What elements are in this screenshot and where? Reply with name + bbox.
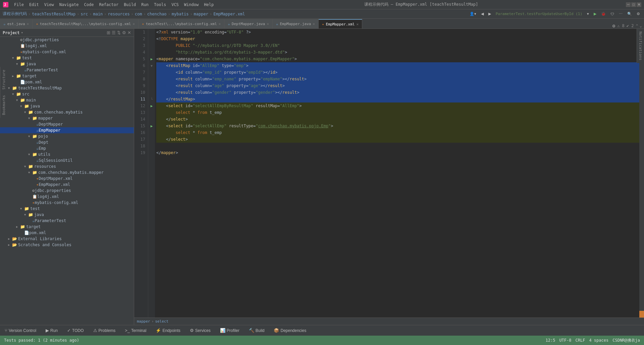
search-button[interactable]: 🔍	[626, 11, 633, 17]
tab-deptmapper-java[interactable]: ☕ DeptMapper.java ✕	[224, 19, 273, 28]
tab-settings-icon[interactable]: ⚙	[612, 23, 615, 28]
run-gutter-icon-5[interactable]: ▶	[151, 57, 153, 61]
menu-run[interactable]: Run	[139, 2, 151, 8]
editor-bc-select[interactable]: select	[155, 319, 168, 324]
menu-help[interactable]: Help	[201, 2, 216, 8]
debug-button[interactable]: 🐞	[600, 11, 607, 17]
bc-resources[interactable]: resources	[108, 12, 130, 16]
tree-item-com.chenchao.mybatis[interactable]: ▼📁com.chenchao.mybatis	[0, 109, 134, 115]
endpoints-btn[interactable]: ⚡ Endpoints	[154, 327, 182, 334]
tree-item-parametertest[interactable]: ☕ParameterTest	[0, 67, 134, 73]
gutter-row-12[interactable]: ▶	[148, 102, 155, 109]
tree-item-teachtestresultmap[interactable]: ▼📁teachTestResultMap	[0, 85, 134, 91]
minimize-button[interactable]: ─	[626, 2, 631, 7]
tree-item-dept[interactable]: ☕Dept	[0, 139, 134, 145]
profile-btn[interactable]: 👤▾	[468, 11, 478, 17]
bc-mybatis[interactable]: mybatis	[172, 12, 189, 16]
menu-build[interactable]: Build	[121, 2, 139, 8]
editor-bc-mapper[interactable]: mapper	[137, 319, 150, 324]
fold-end-icon-11[interactable]: └	[151, 97, 153, 101]
tree-item-sqlsessionutil[interactable]: ☕SqlSessionUtil	[0, 157, 134, 163]
tree-item-mapper[interactable]: ▼📁mapper	[0, 115, 134, 121]
tab-est-java[interactable]: ☕ est.java ✕	[0, 19, 33, 28]
forward-btn[interactable]: ▶	[487, 11, 492, 17]
menu-view[interactable]: View	[42, 2, 57, 8]
tree-item-pom.xml[interactable]: 📄pom.xml	[0, 79, 134, 85]
close-button[interactable]: ✕	[637, 2, 641, 7]
tree-item-log4j.xml[interactable]: 📋log4j.xml	[0, 194, 134, 200]
menu-code[interactable]: Code	[82, 2, 97, 8]
tree-item-mybatis-config.xml[interactable]: ✦mybatis-config.xml	[0, 200, 134, 206]
bc-project[interactable]: 课程示例代码	[3, 11, 27, 17]
tab-close-icon[interactable]: ✕	[313, 22, 315, 26]
tree-item-empmapper.xml[interactable]: ✦EmpMapper.xml	[0, 182, 134, 188]
sidebar-hide-btn[interactable]: ✕	[127, 30, 131, 35]
tree-item-empmapper[interactable]: ☕EmpMapper	[0, 127, 134, 133]
back-btn[interactable]: ◀	[480, 11, 485, 17]
tree-item-scratches-and-consoles[interactable]: ▶📂Scratches and Consoles	[0, 242, 134, 248]
collapse-icon[interactable]: ⌄	[640, 23, 642, 28]
bc-src[interactable]: src	[81, 12, 88, 16]
menu-navigate[interactable]: Navigate	[57, 2, 82, 8]
bc-file[interactable]: EmpMapper.xml	[213, 12, 245, 16]
menu-refactor[interactable]: Refactor	[96, 2, 121, 8]
fold-icon-6[interactable]: ▼	[151, 64, 153, 68]
sidebar-expand-btn[interactable]: ⊞	[107, 30, 110, 35]
menu-edit[interactable]: Edit	[26, 2, 42, 8]
tree-item-parametertest[interactable]: ☕ParameterTest	[0, 218, 134, 224]
tree-item-target[interactable]: ▶📁target	[0, 224, 134, 230]
tab-close-icon[interactable]: ✕	[219, 22, 221, 26]
run-button[interactable]: ▶	[592, 11, 598, 17]
run-gutter-icon-12[interactable]: ▶	[151, 104, 153, 108]
tree-item-deptmapper.xml[interactable]: ✦DeptMapper.xml	[0, 176, 134, 182]
toolbar-more[interactable]: ⋯	[618, 11, 624, 17]
sidebar-settings-btn[interactable]: ⚙	[122, 30, 126, 35]
tree-item-emp[interactable]: ☕Emp	[0, 145, 134, 151]
tree-item-java[interactable]: ▼📁java	[0, 212, 134, 218]
structure-tab[interactable]: Structure	[0, 67, 7, 92]
bc-module[interactable]: teachTestResultMap	[32, 12, 75, 16]
build-btn[interactable]: 🔨 Build	[247, 327, 267, 334]
sidebar-dropdown-icon[interactable]: ▾	[21, 30, 23, 35]
tab-empmapper-xml[interactable]: ✦ EmpMapper.xml ✕	[319, 19, 362, 28]
sidebar-sort-btn[interactable]: ⇅	[117, 30, 121, 35]
bc-mapper[interactable]: mapper	[194, 12, 208, 16]
tree-item-utils[interactable]: ▼📁utils	[0, 151, 134, 157]
notifications-tab[interactable]: Notifications	[637, 29, 644, 63]
tree-item-test[interactable]: ▼📁test	[0, 55, 134, 61]
menu-file[interactable]: File	[11, 2, 26, 8]
tree-item-jdbc.properties[interactable]: ⚙jdbc.properties	[0, 37, 134, 43]
code-body[interactable]: <?xml version="1.0" encoding="UTF-8" ?> …	[155, 29, 639, 318]
tree-item-log4j.xml[interactable]: 📋log4j.xml	[0, 43, 134, 49]
sidebar-collapse-btn[interactable]: ☰	[112, 30, 116, 35]
tab-mybatis-config-1[interactable]: ✦ teachTestResultMap\...\mybatis-config.…	[33, 19, 139, 28]
tab-close-icon[interactable]: ✕	[132, 22, 135, 26]
bc-com[interactable]: com	[135, 12, 142, 16]
tab-close-icon[interactable]: ✕	[356, 22, 359, 26]
gutter-row-15[interactable]: ▶	[148, 123, 155, 129]
tab-close-icon[interactable]: ✕	[267, 22, 269, 26]
tree-item-mybatis-config.xml[interactable]: ✦mybatis-config.xml	[0, 49, 134, 55]
problems-btn[interactable]: ⚠ Problems	[91, 327, 118, 334]
tree-item-resources[interactable]: ▼📁resources	[0, 163, 134, 169]
tab-close-icon[interactable]: ✕	[27, 22, 29, 26]
coverage-button[interactable]: 🛡	[609, 11, 615, 17]
maximize-button[interactable]: □	[631, 2, 636, 7]
tree-item-external-libraries[interactable]: ▶📂External Libraries	[0, 236, 134, 242]
run-config-dropdown[interactable]: ▾	[586, 11, 590, 17]
menu-vcs[interactable]: VCS	[169, 2, 181, 8]
tree-item-src[interactable]: ▼📁src	[0, 91, 134, 97]
run-btn[interactable]: ▶ Run	[44, 327, 60, 334]
gutter-row-5[interactable]: ▶	[148, 56, 155, 62]
terminal-btn[interactable]: >_ Terminal	[123, 327, 148, 334]
dependencies-btn[interactable]: 📦 Dependencies	[272, 327, 308, 334]
menu-tools[interactable]: Tools	[151, 2, 169, 8]
tree-item-java[interactable]: ▼📁java	[0, 103, 134, 109]
tree-item-main[interactable]: ▼📁main	[0, 97, 134, 103]
tree-item-com.chenchao.mybatis.mapper[interactable]: ▼📁com.chenchao.mybatis.mapper	[0, 169, 134, 176]
tree-item-pojo[interactable]: ▼📁pojo	[0, 133, 134, 139]
tab-empmapper-java[interactable]: ☕ EmpMapper.java ✕	[273, 19, 319, 28]
bookmarks-tab[interactable]: Bookmarks	[0, 92, 7, 118]
tree-item-test[interactable]: ▼📁test	[0, 206, 134, 212]
tree-item-target[interactable]: ▶📁target	[0, 73, 134, 79]
